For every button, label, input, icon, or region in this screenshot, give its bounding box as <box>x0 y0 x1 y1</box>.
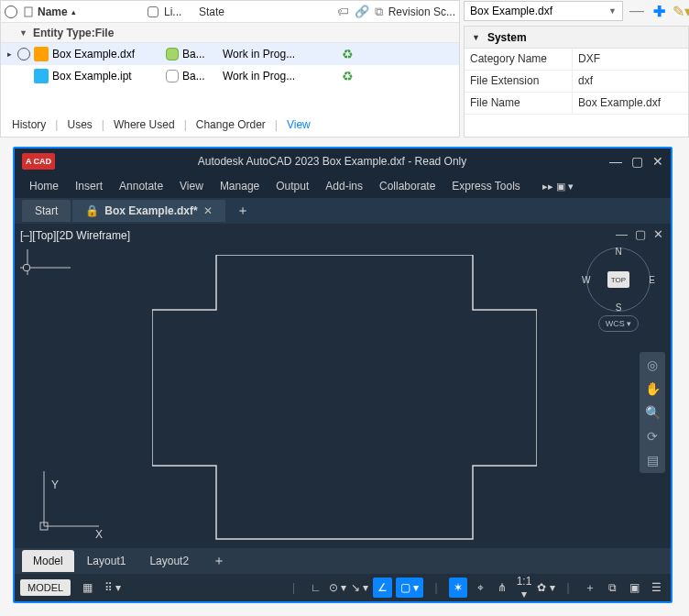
viewcube-top[interactable]: TOP <box>607 271 629 288</box>
tab-layout1[interactable]: Layout1 <box>76 550 137 572</box>
titlebar[interactable]: A CAD Autodesk AutoCAD 2023 Box Example.… <box>15 148 671 174</box>
select-all-icon[interactable] <box>5 6 17 18</box>
menu-more-icon[interactable]: ▸▸ ▣ ▾ <box>542 181 574 192</box>
compass-w[interactable]: W <box>582 275 590 285</box>
compass-n[interactable]: N <box>615 247 621 257</box>
zoom-icon[interactable]: 🔍 <box>645 405 661 420</box>
tab-model[interactable]: Model <box>22 550 74 572</box>
transparency-icon[interactable]: ⋔ <box>493 581 511 594</box>
properties-panel: ▼ System Category Name DXF File Extensio… <box>464 26 689 138</box>
menu-output[interactable]: Output <box>276 180 309 192</box>
details-header: Box Example.dxf ▼ — ✚ ✎▾ <box>464 0 689 22</box>
isodraft-icon[interactable]: ↘ ▾ <box>351 581 369 594</box>
col-state[interactable]: State <box>199 6 281 18</box>
polar-icon[interactable]: ⊙ ▾ <box>329 581 347 594</box>
ortho-icon[interactable]: ∟ <box>307 581 325 594</box>
vp-minimize-icon[interactable]: — <box>616 227 628 241</box>
tab-start[interactable]: Start <box>22 200 71 222</box>
minimize-icon[interactable]: — <box>609 154 622 169</box>
tab-history[interactable]: History <box>12 118 46 131</box>
otrack-toggle[interactable]: ▢ ▾ <box>396 578 423 598</box>
col-name[interactable]: Name ▴ <box>23 6 142 18</box>
scale-label[interactable]: 1:1 ▾ <box>515 575 533 600</box>
state-cell: Work in Prog... <box>223 48 305 60</box>
menu-annotate[interactable]: Annotate <box>119 180 163 192</box>
menu-home[interactable]: Home <box>29 180 59 192</box>
sep-icon: | <box>559 581 577 594</box>
maximize-icon[interactable]: ▢ <box>631 154 643 169</box>
add-icon[interactable]: ✚ <box>651 3 667 20</box>
prop-row: File Name Box Example.dxf <box>465 93 688 115</box>
box-icon[interactable]: ⧉ <box>375 5 383 19</box>
status-bar: MODEL ▦ ⠿ ▾ | ∟ ⊙ ▾ ↘ ▾ ∠ ▢ ▾ | ✶ ⌖ ⋔ 1:… <box>15 574 671 601</box>
vp-maximize-icon[interactable]: ▢ <box>635 227 646 241</box>
menu-manage[interactable]: Manage <box>220 180 259 192</box>
tag-icon[interactable]: 🏷 <box>337 5 349 19</box>
lineweight-icon[interactable]: ⌖ <box>471 581 489 594</box>
grid-icon[interactable]: ▦ <box>78 581 96 594</box>
tab-view[interactable]: View <box>287 118 311 131</box>
viewport-label[interactable]: [–][Top][2D Wireframe] <box>20 229 130 242</box>
sep-icon: | <box>427 581 445 594</box>
collapse-icon: ▼ <box>472 33 480 42</box>
tab-layout2[interactable]: Layout2 <box>138 550 200 572</box>
file-name: Box Example.ipt <box>52 70 162 82</box>
expand-icon[interactable]: ▸ <box>5 50 14 59</box>
view-cube[interactable]: N S W E TOP WCS ▾ <box>579 242 658 332</box>
wcs-dropdown[interactable]: WCS ▾ <box>598 315 639 332</box>
isolate-icon[interactable]: ▣ <box>625 581 643 594</box>
menu-collaborate[interactable]: Collaborate <box>379 180 435 192</box>
clean-icon[interactable]: ⧉ <box>603 581 621 594</box>
lifecycle-icon[interactable]: ♻ <box>342 47 354 61</box>
ribbon-menu: Home Insert Annotate View Manage Output … <box>15 174 671 198</box>
panel-title[interactable]: ▼ System <box>465 27 688 49</box>
close-tab-icon[interactable]: ✕ <box>203 204 213 217</box>
lifecycle-icon[interactable]: ♻ <box>342 69 354 83</box>
prop-row: Category Name DXF <box>465 49 688 71</box>
dxf-file-icon <box>34 47 49 61</box>
file-icon <box>23 6 34 17</box>
menu-insert[interactable]: Insert <box>75 180 103 192</box>
tab-document[interactable]: 🔒 Box Example.dxf* ✕ <box>72 200 224 222</box>
compass-s[interactable]: S <box>616 302 622 313</box>
viewport[interactable]: [–][Top][2D Wireframe] — ▢ ✕ N S W E TOP… <box>15 224 671 548</box>
col-rev[interactable]: Revision Sc... <box>388 6 455 18</box>
tab-uses[interactable]: Uses <box>67 118 92 131</box>
tab-where-used[interactable]: Where Used <box>114 118 175 131</box>
checkbox-icon[interactable] <box>148 6 159 17</box>
customize-icon[interactable]: ☰ <box>647 581 665 594</box>
document-tabs: Start 🔒 Box Example.dxf* ✕ ＋ <box>15 198 671 224</box>
file-row[interactable]: Box Example.ipt Ba... Work in Prog... ♻ <box>1 65 459 87</box>
menu-addins[interactable]: Add-ins <box>325 180 363 192</box>
tab-change-order[interactable]: Change Order <box>196 118 266 131</box>
vp-close-icon[interactable]: ✕ <box>653 227 663 241</box>
row-select-icon[interactable] <box>17 48 30 60</box>
link-icon[interactable]: 🔗 <box>355 5 369 19</box>
modelspace-toggle[interactable]: MODEL <box>20 579 71 596</box>
compass-e[interactable]: E <box>649 275 655 285</box>
add-layout-button[interactable]: ＋ <box>202 548 236 574</box>
dynamic-input-toggle[interactable]: ✶ <box>449 578 467 598</box>
col-li[interactable]: Li... <box>164 6 193 18</box>
file-row[interactable]: ▸ Box Example.dxf Ba... Work in Prog... … <box>1 43 459 65</box>
prop-key: Category Name <box>465 49 573 70</box>
plus-icon[interactable]: ＋ <box>581 580 599 596</box>
file-combo[interactable]: Box Example.dxf ▼ <box>464 1 623 21</box>
osnap-toggle[interactable]: ∠ <box>373 578 392 598</box>
showmotion-icon[interactable]: ▤ <box>647 453 659 468</box>
gear-icon[interactable]: ✿ ▾ <box>537 581 555 594</box>
nav-bar: ◎ ✋ 🔍 ⟳ ▤ <box>640 352 665 473</box>
close-icon[interactable]: ✕ <box>652 154 663 169</box>
entity-group[interactable]: ▼ Entity Type:File <box>1 23 459 43</box>
navwheel-icon[interactable]: ◎ <box>647 358 658 372</box>
menu-view[interactable]: View <box>180 180 203 192</box>
file-browser: Name ▴ Li... State 🏷 🔗 ⧉ Revision Sc... … <box>0 0 460 138</box>
menu-express[interactable]: Express Tools <box>452 180 519 192</box>
orbit-icon[interactable]: ⟳ <box>647 429 658 444</box>
pan-icon[interactable]: ✋ <box>645 381 661 396</box>
remove-icon[interactable]: — <box>629 3 645 19</box>
new-tab-button[interactable]: ＋ <box>227 198 258 224</box>
chevron-down-icon: ▼ <box>608 6 617 16</box>
snap-icon[interactable]: ⠿ ▾ <box>104 581 122 594</box>
edit-icon[interactable]: ✎▾ <box>673 3 689 20</box>
